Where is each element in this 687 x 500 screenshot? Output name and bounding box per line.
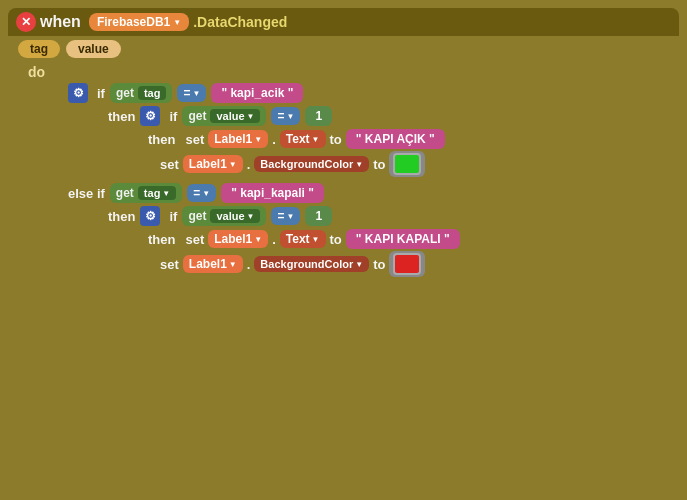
label1-pill-2[interactable]: Label1 [183, 155, 243, 173]
header-row: ✕ when FirebaseDB1 .DataChanged [8, 8, 679, 36]
set-bgcolor-row-2: set Label1 . BackgroundColor to [160, 251, 679, 277]
eq-label-3: = [193, 186, 200, 200]
value-dropdown-1[interactable]: value▼ [210, 109, 260, 123]
set-label-3: set [185, 232, 204, 247]
text-prop-1[interactable]: Text [280, 130, 326, 148]
set-bgcolor-row-1: set Label1 . BackgroundColor to [160, 151, 679, 177]
dot-4: . [247, 257, 251, 272]
tag-dropdown-1[interactable]: tag [138, 86, 167, 100]
gear-icon-2[interactable]: ⚙ [140, 106, 160, 126]
to-label-1: to [330, 132, 342, 147]
close-button[interactable]: ✕ [16, 12, 36, 32]
to-label-3: to [330, 232, 342, 247]
equals-block-4[interactable]: = ▼ [271, 207, 300, 225]
else-if-label: else if [68, 186, 105, 201]
get-tag-block: get tag [110, 83, 173, 103]
get-label-1: get [116, 86, 134, 100]
firebase-component[interactable]: FirebaseDB1 [89, 13, 189, 31]
to-label-4: to [373, 257, 385, 272]
set-label-2: set [160, 157, 179, 172]
else-if-row: else if get tag▼ = ▼ " kapi_kapali " [68, 183, 679, 203]
if-label-2: if [169, 109, 177, 124]
label1-pill-1[interactable]: Label1 [208, 130, 268, 148]
then-label-2: then [148, 132, 175, 147]
outer-if-row: ⚙ if get tag = ▼ " kapi_acik " [68, 83, 679, 103]
get-tag-block-2: get tag▼ [110, 183, 182, 203]
eq-label-2: = [277, 109, 284, 123]
equals-block-3[interactable]: = ▼ [187, 184, 216, 202]
kapi-kapali-value: " kapi_kapali " [221, 183, 324, 203]
green-color-block [393, 153, 421, 175]
label1-pill-3[interactable]: Label1 [208, 230, 268, 248]
set-label-1: set [185, 132, 204, 147]
get-label-3: get [116, 186, 134, 200]
color-connector-red[interactable] [389, 251, 425, 277]
get-value-block-1: get value▼ [182, 106, 266, 126]
when-label: when [40, 13, 81, 31]
main-container: ✕ when FirebaseDB1 .DataChanged tag valu… [0, 0, 687, 500]
value-param: value [66, 40, 121, 58]
value-dropdown-2[interactable]: value▼ [210, 209, 260, 223]
kapi-acik-value: " kapi_acik " [211, 83, 303, 103]
if-label-3: if [169, 209, 177, 224]
then-then-label-row: then set Label1 . Text to " KAPI AÇIK " [148, 129, 679, 149]
equals-block-1[interactable]: = ▼ [177, 84, 206, 102]
red-color-block [393, 253, 421, 275]
value-1-number: 1 [305, 106, 332, 126]
then-label-4: then [148, 232, 175, 247]
bgcolor-prop-2[interactable]: BackgroundColor [254, 256, 369, 272]
do-label: do [28, 64, 45, 80]
dot-2: . [247, 157, 251, 172]
tag-dropdown-2[interactable]: tag▼ [138, 186, 176, 200]
gear-icon-1[interactable]: ⚙ [68, 83, 88, 103]
get-value-block-2: get value▼ [182, 206, 266, 226]
eq-label-4: = [277, 209, 284, 223]
event-label: .DataChanged [193, 14, 287, 30]
gear-icon-3[interactable]: ⚙ [140, 206, 160, 226]
do-row: do [28, 64, 679, 80]
tag-param: tag [18, 40, 60, 58]
params-row: tag value [18, 40, 679, 58]
then-row-2: then ⚙ if get value▼ = ▼ 1 [108, 206, 679, 226]
dot-1: . [272, 132, 276, 147]
then-label-3: then [108, 209, 135, 224]
kapi-acik-text: " KAPI AÇIK " [346, 129, 445, 149]
kapi-kapali-text: " KAPI KAPALI " [346, 229, 460, 249]
bgcolor-prop-1[interactable]: BackgroundColor [254, 156, 369, 172]
then-then-label-row-2: then set Label1 . Text to " KAPI KAPALI … [148, 229, 679, 249]
eq-label-1: = [183, 86, 190, 100]
set-label-4: set [160, 257, 179, 272]
text-prop-2[interactable]: Text [280, 230, 326, 248]
color-connector-green[interactable] [389, 151, 425, 177]
dot-3: . [272, 232, 276, 247]
then-row-1: then ⚙ if get value▼ = ▼ 1 [108, 106, 679, 126]
value-2-number: 1 [305, 206, 332, 226]
then-label-1: then [108, 109, 135, 124]
get-label-4: get [188, 209, 206, 223]
equals-block-2[interactable]: = ▼ [271, 107, 300, 125]
get-label-2: get [188, 109, 206, 123]
if-label-1: if [97, 86, 105, 101]
to-label-2: to [373, 157, 385, 172]
label1-pill-4[interactable]: Label1 [183, 255, 243, 273]
